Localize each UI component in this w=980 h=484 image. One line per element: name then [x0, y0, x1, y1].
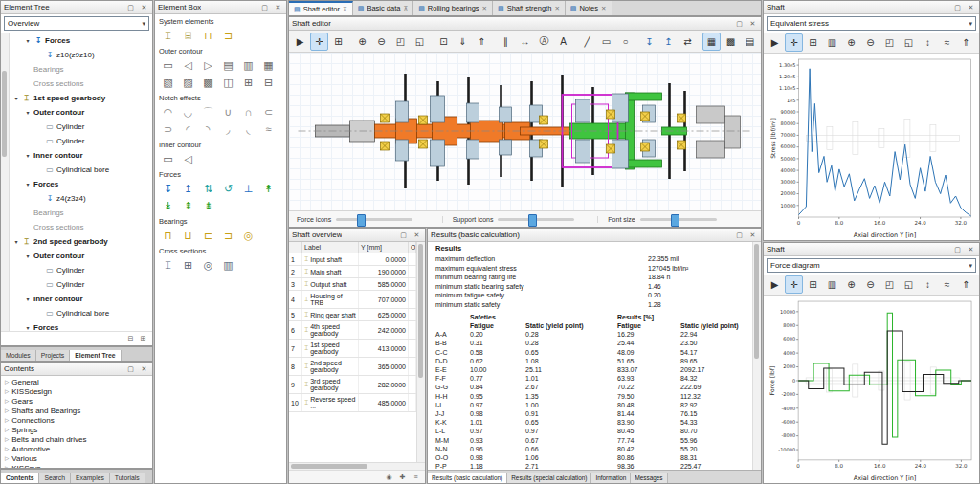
float-icon[interactable]: ▢ [952, 3, 963, 12]
pin-icon[interactable]: ⊼ [403, 5, 408, 12]
rolling-bearing-icon[interactable]: ⊓ [158, 227, 178, 244]
stress-diagram-dropdown[interactable]: Equivalent stress ▾ [767, 16, 976, 31]
zoom-window-tool[interactable]: ⊞ [329, 33, 347, 51]
tree-item[interactable]: ▾Outer contour [10, 249, 152, 263]
expand-arrow-icon[interactable]: ▾ [24, 181, 32, 187]
zoom-out-button[interactable]: ⊖ [372, 33, 390, 51]
documentation-point-icon[interactable]: ◎ [198, 256, 218, 274]
contents-item[interactable]: ▷KISSdesign [1, 386, 152, 396]
toothing-icon[interactable]: ▦ [258, 56, 278, 74]
conical-bore-icon[interactable]: ◁ [178, 150, 198, 167]
zoom-prev-button[interactable]: ▥ [823, 33, 841, 52]
float-icon[interactable]: ▢ [734, 19, 745, 29]
close-icon[interactable]: ✕ [966, 245, 976, 254]
tree-item[interactable]: ▾Forces [10, 177, 152, 191]
arrow-down-button[interactable]: ↧ [640, 33, 658, 51]
dock-tab-modules[interactable]: Modules [1, 350, 36, 361]
show-dimensions-button[interactable]: ↔ [516, 33, 534, 51]
limited-cross-section-icon[interactable]: ⊞ [178, 256, 198, 274]
tab-shaft-strength[interactable]: ▤Shaft strength✕ [493, 1, 566, 15]
longitudinal-groove-icon[interactable]: ∩ [238, 103, 258, 121]
print-button[interactable]: ⊡ [976, 33, 979, 52]
tree-item[interactable]: Bearings [10, 206, 152, 220]
coupling-icon[interactable]: ⊐ [218, 27, 238, 44]
circumferential-groove-icon[interactable]: ∪ [218, 103, 238, 121]
show-labels-button[interactable]: Ⓐ [535, 33, 553, 51]
tree-item[interactable]: ▾Forces [10, 320, 152, 331]
tree-item[interactable]: Cross sections [10, 220, 152, 234]
close-icon[interactable]: ✕ [747, 19, 758, 29]
zoom-100-button[interactable]: ◱ [900, 275, 918, 294]
free-cross-section-icon[interactable]: ▥ [218, 256, 238, 274]
tree-item[interactable]: ▾Inner contour [10, 292, 152, 306]
close-icon[interactable]: ✕ [139, 364, 149, 374]
close-icon[interactable]: ✕ [139, 3, 149, 12]
export-button[interactable]: ⇑ [957, 33, 975, 52]
float-icon[interactable]: ▢ [125, 364, 136, 374]
serration-icon[interactable]: ▩ [198, 74, 218, 91]
shaft-drawing-canvas[interactable] [289, 53, 761, 210]
tree-item[interactable]: Cross sections [10, 77, 152, 91]
print-button[interactable]: ⊡ [976, 275, 979, 294]
shoulder-radius-icon[interactable]: ◜ [178, 121, 198, 138]
slider-support-icons[interactable] [498, 218, 574, 221]
chamfer-icon[interactable]: ◡ [178, 103, 198, 121]
tree-item[interactable]: Bearings [10, 62, 152, 77]
table-row[interactable]: 2⌶Main shaft190.0000 [289, 266, 416, 278]
help-tab-tutorials[interactable]: Tutorials [110, 473, 145, 483]
stress-chart[interactable]: 1.30e51.20e51.10e51e59000080000700006000… [764, 54, 979, 240]
expand-arrow-icon[interactable]: ▾ [12, 238, 20, 245]
zoom-window-tool[interactable]: ⊞ [804, 33, 822, 52]
draw-circle-button[interactable]: ○ [616, 33, 635, 51]
table-row[interactable]: 5⌶Ring gear shaft625.0000 [289, 309, 416, 321]
slider-handle[interactable] [528, 214, 537, 227]
radius-icon[interactable]: ◠ [158, 103, 178, 121]
contents-item[interactable]: ▷Springs [1, 425, 152, 434]
results-tab-results-basic-calculation[interactable]: Results (basic calculation) [428, 473, 507, 483]
float-icon[interactable]: ▢ [259, 3, 270, 12]
close-icon[interactable]: ✕ [747, 231, 758, 240]
movable-bearing-icon[interactable]: ⊏ [198, 227, 218, 244]
table-button[interactable]: ▤ [741, 33, 759, 51]
imbalance-icon[interactable]: ⇟ [198, 197, 218, 214]
contents-item[interactable]: ▷Automotive [1, 444, 152, 453]
axial-load-icon[interactable]: ⊥ [238, 180, 258, 197]
cone-right-icon[interactable]: ▷ [198, 56, 218, 74]
font-button[interactable]: A [554, 33, 572, 51]
select-tool[interactable]: ▶ [766, 33, 784, 52]
cylindrical-gear-icon[interactable]: ↟ [258, 180, 278, 197]
select-tool[interactable]: ▶ [291, 33, 309, 51]
table-row[interactable]: 9⌶3rd speed gearbody282.0000 [289, 376, 416, 394]
slider-force-icons[interactable] [336, 218, 412, 221]
tree-item[interactable]: ▾↧Forces [10, 33, 152, 48]
help-tab-contents[interactable]: Contents [1, 473, 39, 483]
overview-hscrollbar[interactable] [289, 462, 425, 470]
spline-shaft-icon[interactable]: ▥ [238, 56, 258, 74]
arrow-up-button[interactable]: ↥ [659, 33, 678, 51]
float-icon[interactable]: ▢ [734, 231, 745, 240]
expand-all-button[interactable]: ⊞ [138, 334, 148, 343]
general-notch-icon[interactable]: ≈ [258, 121, 278, 138]
shaft-drawing[interactable] [289, 53, 761, 210]
visibility-button[interactable]: ◉ [384, 473, 394, 482]
table-row[interactable]: 3⌶Output shaft585.0000 [289, 278, 416, 291]
cylindrical-bore-icon[interactable]: ▭ [158, 150, 178, 167]
pan-tool[interactable]: ✛ [310, 33, 328, 51]
results-scrollbar[interactable] [752, 242, 761, 470]
cone-left-icon[interactable]: ◁ [178, 56, 198, 74]
pan-tool[interactable]: ✛ [785, 275, 803, 294]
expand-arrow-icon[interactable]: ▾ [24, 37, 32, 44]
table-row[interactable]: 10⌶Reverse speed ...485.0000 [289, 394, 416, 412]
tree-item[interactable]: ▾Inner contour [10, 148, 152, 163]
contents-item[interactable]: ▷Belts and chain drives [1, 434, 152, 444]
worm-icon[interactable]: ▧ [158, 74, 178, 91]
torque-icon[interactable]: ↺ [218, 180, 238, 197]
tree-item[interactable]: ▭Cylinder [10, 277, 152, 292]
float-icon[interactable]: ▢ [125, 3, 136, 12]
markers-button[interactable]: ↕ [919, 275, 937, 294]
table-row[interactable]: 4⌶Housing of TRB707.0000 [289, 291, 416, 309]
tree-item[interactable]: ▾⌶1st speed gearbody [10, 91, 152, 105]
coaxial-shaft-icon[interactable]: ⌸ [178, 27, 198, 44]
zoom-fit-button[interactable]: ◰ [880, 33, 899, 52]
cylinder-icon[interactable]: ▭ [158, 56, 178, 74]
